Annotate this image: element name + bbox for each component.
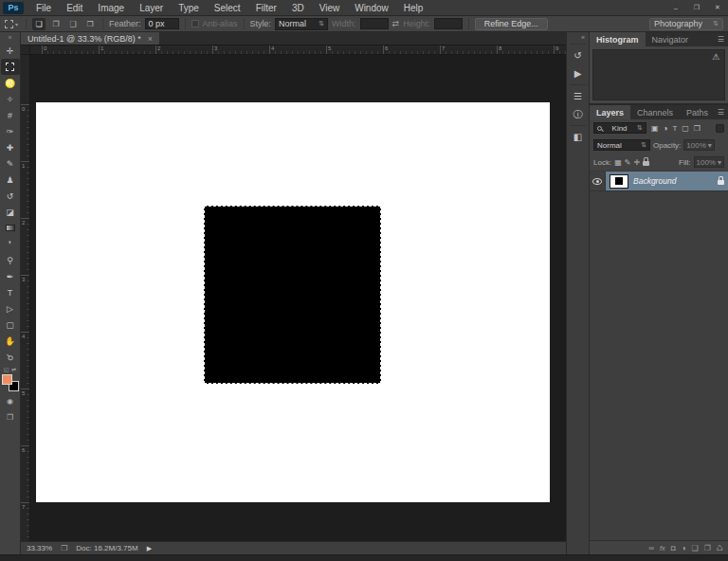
panel-menu-icon[interactable]: ☰ xyxy=(718,105,728,119)
tab-paths[interactable]: Paths xyxy=(680,105,715,119)
adjustments-panel-icon[interactable]: ☰ xyxy=(569,88,587,104)
restore-button[interactable]: ❐ xyxy=(686,0,707,15)
properties-panel-icon[interactable]: ◧ xyxy=(569,129,587,145)
filter-smart-objects-icon[interactable]: ❒ xyxy=(694,124,701,133)
new-selection-button[interactable]: ❏ xyxy=(32,18,46,30)
menu-file[interactable]: File xyxy=(28,0,59,15)
height-input[interactable] xyxy=(434,18,463,29)
refine-edge-button[interactable]: Refine Edge... xyxy=(475,18,548,30)
opacity-value[interactable]: 100% ▾ xyxy=(683,139,714,151)
tab-histogram[interactable]: Histogram xyxy=(590,32,646,46)
blend-mode-dropdown[interactable]: Normal ⇅ xyxy=(593,139,650,151)
subtract-from-selection-button[interactable]: ❑ xyxy=(66,18,80,30)
clone-stamp-tool[interactable]: ♟ xyxy=(1,172,20,188)
move-tool[interactable]: ✛ xyxy=(1,43,20,59)
lock-all-icon[interactable] xyxy=(643,161,649,166)
add-layer-mask-icon[interactable]: ◘ xyxy=(671,544,676,552)
filter-kind-dropdown[interactable]: Kind ⇅ xyxy=(593,122,646,134)
style-dropdown[interactable]: Normal ⇅ xyxy=(275,18,328,30)
filter-type-layers-icon[interactable]: T xyxy=(672,124,677,133)
menu-edit[interactable]: Edit xyxy=(59,0,90,15)
screen-mode-button[interactable]: ❐ xyxy=(3,411,18,424)
actions-panel-icon[interactable]: ▶ xyxy=(569,65,587,81)
gradient-tool[interactable] xyxy=(1,220,20,236)
feather-input[interactable]: 0 px xyxy=(145,18,179,29)
layer-effects-icon[interactable]: fx xyxy=(660,544,665,552)
pen-tool[interactable]: ✒ xyxy=(1,268,20,284)
healing-brush-tool[interactable]: ✚ xyxy=(1,139,20,155)
layer-name[interactable]: Background xyxy=(633,176,713,186)
type-tool[interactable]: T xyxy=(1,284,20,300)
menu-view[interactable]: View xyxy=(312,0,348,15)
new-layer-icon[interactable]: ❐ xyxy=(704,544,711,552)
dodge-tool[interactable]: ⚲ xyxy=(1,252,20,268)
lock-position-icon[interactable]: ✛ xyxy=(633,158,640,167)
menu-image[interactable]: Image xyxy=(90,0,132,15)
cached-data-warning-icon[interactable]: ⚠ xyxy=(712,52,719,62)
delete-layer-icon[interactable]: ♺ xyxy=(717,544,723,552)
hand-tool[interactable]: ✋ xyxy=(1,333,20,349)
eraser-tool[interactable]: ◪ xyxy=(1,204,20,220)
path-selection-tool[interactable]: ▷ xyxy=(1,300,20,317)
expand-panels-icon[interactable]: « xyxy=(581,33,589,42)
tab-close-icon[interactable]: × xyxy=(148,34,153,44)
crop-tool[interactable]: # xyxy=(1,107,20,123)
menu-window[interactable]: Window xyxy=(347,0,396,15)
menu-select[interactable]: Select xyxy=(207,0,248,15)
fill-value[interactable]: 100% ▾ xyxy=(694,156,724,168)
anti-alias-checkbox[interactable] xyxy=(191,20,199,27)
rectangle-tool[interactable]: ▢ xyxy=(1,317,20,333)
lock-image-pixels-icon[interactable]: ✎ xyxy=(625,158,631,167)
add-to-selection-button[interactable]: ❐ xyxy=(49,18,63,30)
collapse-toolbar-icon[interactable]: » xyxy=(9,33,12,43)
lasso-tool[interactable]: ♌ xyxy=(1,75,20,91)
blur-tool[interactable]: ❜ xyxy=(1,236,20,252)
info-panel-icon[interactable]: ⓘ xyxy=(569,106,587,122)
canvas-viewport[interactable]: 0 1 2 3 4 5 6 7 8 9 0 1 2 3 4 5 xyxy=(21,45,566,541)
intersect-selection-button[interactable]: ❒ xyxy=(83,18,97,30)
layer-row-background[interactable]: Background xyxy=(590,171,728,191)
tool-preset-picker[interactable]: ▾ xyxy=(3,20,20,28)
filter-pixel-layers-icon[interactable]: ▣ xyxy=(651,124,659,133)
eyedropper-tool[interactable]: ✑ xyxy=(1,123,20,139)
status-menu-arrow-icon[interactable]: ▶ xyxy=(147,545,152,552)
canvas-document[interactable] xyxy=(36,102,550,502)
history-brush-tool[interactable]: ↺ xyxy=(1,188,20,204)
lock-transparent-pixels-icon[interactable]: ▦ xyxy=(614,158,622,167)
workspace-switcher[interactable]: Photography ⇅ xyxy=(649,18,723,30)
quick-selection-tool[interactable]: ✧ xyxy=(1,91,20,107)
quick-mask-button[interactable]: ◉ xyxy=(3,395,18,407)
default-colors-icon[interactable]: ◱ xyxy=(4,366,9,372)
swap-colors-icon[interactable]: ⇄ xyxy=(11,366,16,372)
tab-channels[interactable]: Channels xyxy=(630,105,680,119)
document-tab[interactable]: Untitled-1 @ 33.3% (RGB/8) * × xyxy=(21,32,159,45)
new-adjustment-layer-icon[interactable]: ◑ xyxy=(682,544,686,552)
zoom-level[interactable]: 33.33% xyxy=(27,544,52,552)
close-button[interactable]: ✕ xyxy=(707,0,728,15)
menu-layer[interactable]: Layer xyxy=(132,0,171,15)
selected-layer[interactable]: Background xyxy=(606,172,728,190)
menu-help[interactable]: Help xyxy=(396,0,431,15)
menu-filter[interactable]: Filter xyxy=(248,0,284,15)
menu-3d[interactable]: 3D xyxy=(284,0,312,15)
selected-black-square[interactable] xyxy=(204,206,381,384)
rectangular-marquee-tool[interactable] xyxy=(1,59,20,75)
filter-toggle-switch[interactable] xyxy=(716,124,724,133)
layer-thumbnail[interactable] xyxy=(610,174,628,189)
new-group-icon[interactable]: ❏ xyxy=(691,544,698,552)
zoom-tool[interactable]: ⚲ xyxy=(1,349,20,365)
tab-layers[interactable]: Layers xyxy=(590,105,630,119)
tab-navigator[interactable]: Navigator xyxy=(646,32,696,46)
panel-menu-icon[interactable]: ☰ xyxy=(718,32,728,46)
width-input[interactable] xyxy=(360,18,389,29)
history-panel-icon[interactable]: ↺ xyxy=(569,47,587,63)
foreground-color-swatch[interactable] xyxy=(2,374,12,385)
link-layers-icon[interactable]: ∞ xyxy=(648,544,654,552)
visibility-cell[interactable] xyxy=(590,172,606,190)
menu-type[interactable]: Type xyxy=(171,0,207,15)
filter-adjustment-layers-icon[interactable]: ◑ xyxy=(664,124,668,133)
swap-width-height-icon[interactable]: ⇄ xyxy=(392,19,400,28)
brush-tool[interactable]: ✎ xyxy=(1,155,20,172)
minimize-button[interactable]: – xyxy=(665,0,686,15)
filter-shape-layers-icon[interactable]: ▢ xyxy=(682,124,689,133)
